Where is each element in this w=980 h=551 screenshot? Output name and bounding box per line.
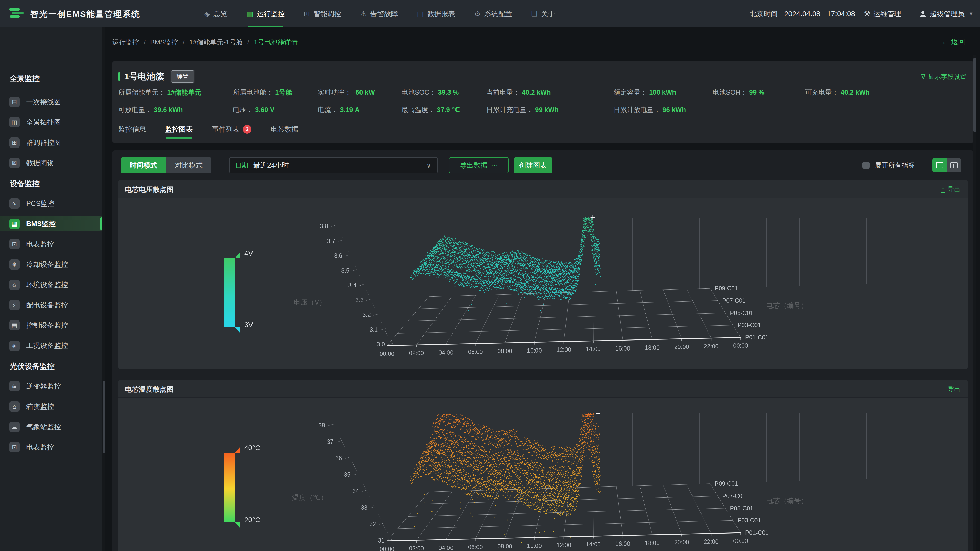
single-column-view-button[interactable] — [932, 158, 947, 172]
colorbar-min-handle[interactable] — [235, 327, 240, 333]
export-data-label: 导出数据 — [460, 160, 488, 170]
sidebar-item-控制设备监控[interactable]: ▤控制设备监控 — [0, 318, 102, 333]
sidebar-item-气象站监控[interactable]: ☁气象站监控 — [0, 419, 102, 434]
sidebar-scrollbar-thumb[interactable] — [103, 381, 105, 453]
user-menu[interactable]: 超级管理员 ▼ — [919, 9, 973, 19]
breadcrumb-item[interactable]: 运行监控 — [112, 38, 139, 47]
export-data-button[interactable]: 导出数据 ⋯ — [449, 157, 509, 173]
overview-icon: ◈ — [204, 10, 210, 18]
page-scrollbar[interactable] — [973, 55, 977, 551]
voltage-scatter-canvas[interactable] — [118, 198, 968, 369]
field-label: 额定容量： — [614, 88, 647, 96]
field-value: 40.2 kWh — [522, 88, 551, 96]
nav-item-智能调控[interactable]: ⊞智能调控 — [304, 0, 341, 27]
date-value: 最近24小时 — [253, 160, 289, 170]
nav-item-关于[interactable]: ❏关于 — [531, 0, 555, 27]
smart-control-icon: ⊞ — [304, 10, 310, 18]
breadcrumb-item[interactable]: BMS监控 — [150, 38, 178, 47]
voltage-chart-header: 电芯电压散点图 ↑ 导出 — [118, 180, 968, 198]
sidebar-item-冷却设备监控[interactable]: ❄冷却设备监控 — [0, 257, 102, 272]
nav-label: 关于 — [541, 9, 555, 19]
expand-all-checkbox[interactable] — [862, 162, 870, 169]
ops-management-button[interactable]: ⚒ 运维管理 — [864, 9, 901, 19]
current-date: 2024.04.08 — [784, 10, 820, 18]
field-settings-label: 显示字段设置 — [928, 73, 967, 81]
bms-battery-icon: ▦ — [9, 219, 19, 229]
sidebar-item-逆变器监控[interactable]: ≋逆变器监控 — [0, 379, 102, 394]
create-chart-button[interactable]: 创建图表 — [514, 157, 552, 173]
tab-监控图表[interactable]: 监控图表 — [165, 125, 193, 135]
sidebar-item-环境设备监控[interactable]: ☼环境设备监控 — [0, 277, 102, 292]
colorbar-max-handle[interactable] — [235, 447, 240, 453]
about-icon: ❏ — [531, 10, 538, 18]
tab-label: 电芯数据 — [270, 125, 298, 134]
sidebar-item-配电设备监控[interactable]: ⚡配电设备监控 — [0, 298, 102, 313]
sidebar-item-label: PCS监控 — [26, 199, 54, 208]
sidebar-item-工况设备监控[interactable]: ◈工况设备监控 — [0, 338, 102, 353]
page-scrollbar-thumb[interactable] — [973, 57, 976, 132]
nav-item-系统配置[interactable]: ⚙系统配置 — [474, 0, 512, 27]
sidebar-item-label: 冷却设备监控 — [26, 260, 68, 269]
field-label: 所属储能单元： — [118, 88, 165, 96]
environment-icon: ☼ — [9, 279, 19, 290]
sidebar-item-BMS监控[interactable]: ▦BMS监控 — [0, 216, 102, 231]
app-title: 智光一创EMS能量管理系统 — [30, 9, 140, 20]
ems-dashboard: 智光一创EMS能量管理系统 ◈总览▦运行监控⊞智能调控⚠告警故障▤数据报表⚙系统… — [0, 0, 980, 551]
temperature-colorbar[interactable] — [224, 453, 235, 522]
date-range-select[interactable]: 日期 最近24小时 ∨ — [229, 157, 438, 173]
split-view-button[interactable] — [947, 158, 961, 172]
nav-item-数据报表[interactable]: ▤数据报表 — [417, 0, 455, 27]
sidebar-item-全景拓扑图[interactable]: ◫全景拓扑图 — [0, 115, 102, 130]
temperature-scatter-canvas[interactable] — [118, 398, 968, 551]
temperature-export-button[interactable]: ↑ 导出 — [941, 385, 961, 393]
sidebar-scrollbar[interactable] — [102, 27, 105, 551]
sidebar-item-群调群控图[interactable]: ⊞群调群控图 — [0, 135, 102, 150]
field-value: 3.19 A — [340, 106, 360, 114]
sidebar-item-箱变监控[interactable]: ⌂箱变监控 — [0, 399, 102, 414]
tab-事件列表[interactable]: 事件列表3 — [212, 125, 251, 135]
field-最高温度: 最高温度：37.9 ℃ — [401, 105, 460, 114]
sidebar-item-PCS监控[interactable]: ∿PCS监控 — [0, 196, 102, 211]
voltage-colorbar[interactable] — [224, 258, 235, 327]
field-额定容量: 额定容量：100 kWh — [614, 88, 676, 97]
colorbar-min-label: 3V — [244, 321, 253, 329]
field-value: 39.3 % — [438, 88, 459, 96]
sidebar-item-一次接线图[interactable]: ⊟一次接线图 — [0, 95, 102, 110]
colorbar-max-handle[interactable] — [235, 252, 240, 258]
compare-mode-button[interactable]: 对比模式 — [166, 157, 212, 173]
divider — [910, 10, 910, 18]
data-lock-icon: ⊠ — [9, 158, 19, 168]
tab-电芯数据[interactable]: 电芯数据 — [270, 125, 298, 135]
time-mode-button[interactable]: 时间模式 — [121, 157, 166, 173]
sidebar-item-label: 箱变监控 — [26, 402, 54, 411]
nav-item-总览[interactable]: ◈总览 — [204, 0, 228, 27]
sidebar-section-header: 全景监控 — [10, 73, 40, 84]
split-view-icon — [950, 162, 958, 168]
temperature-chart-title: 电芯温度散点图 — [125, 385, 173, 394]
fields-row-1: 所属储能单元：1#储能单元所属电池舱：1号舱实时功率：-50 kW电池SOC：3… — [112, 88, 974, 98]
cluster-header: 1号电池簇 静置 — [118, 70, 194, 83]
fields-row-2: 可放电量：39.6 kWh电压：3.60 V电流：3.19 A最高温度：37.9… — [112, 105, 974, 116]
nav-item-运行监控[interactable]: ▦运行监控 — [247, 0, 285, 27]
report-icon: ▤ — [417, 10, 424, 18]
temperature-scatter-card: 电芯温度散点图 ↑ 导出 40°C 20°C — [118, 380, 968, 551]
sidebar-item-label: 电表监控 — [26, 240, 54, 249]
sidebar-item-电表监控[interactable]: ⊡电表监控 — [0, 237, 102, 252]
colorbar-min-handle[interactable] — [235, 522, 240, 529]
ops-label: 运维管理 — [873, 9, 901, 19]
voltage-scatter-card: 电芯电压散点图 ↑ 导出 4V 3V — [118, 180, 968, 369]
nav-label: 数据报表 — [427, 9, 455, 19]
nav-item-告警故障[interactable]: ⚠告警故障 — [360, 0, 398, 27]
field-value: 99 kWh — [535, 106, 558, 114]
voltage-export-button[interactable]: ↑ 导出 — [941, 185, 961, 194]
tab-监控信息[interactable]: 监控信息 — [118, 125, 146, 135]
field-settings-link[interactable]: ∇ 显示字段设置 — [921, 73, 967, 81]
breadcrumb-item[interactable]: 1#储能单元-1号舱 — [189, 38, 243, 47]
tab-label: 事件列表 — [212, 125, 240, 134]
sidebar-item-电表监控[interactable]: ⊡电表监控 — [0, 440, 102, 455]
title-accent-bar — [118, 72, 120, 81]
back-arrow-icon: ← — [942, 38, 949, 46]
box-transformer-icon: ⌂ — [9, 402, 19, 412]
back-button[interactable]: ← 返回 — [942, 37, 965, 46]
sidebar-item-数据闭锁[interactable]: ⊠数据闭锁 — [0, 156, 102, 170]
